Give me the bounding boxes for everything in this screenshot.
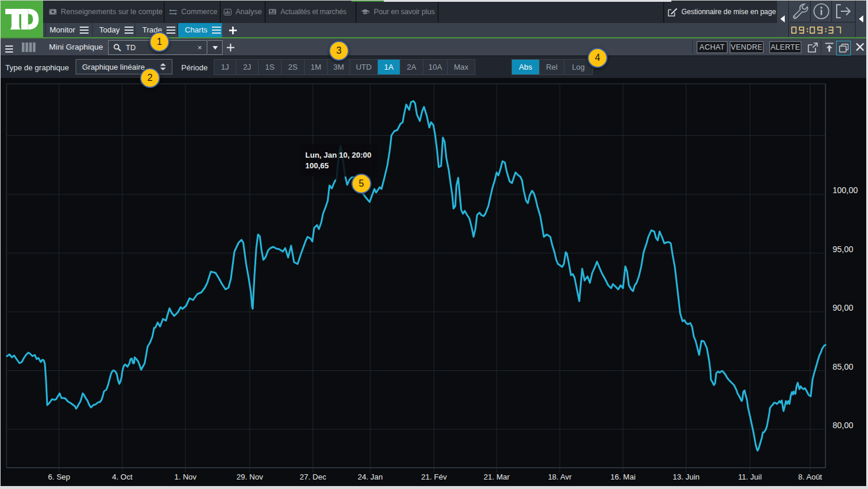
svg-text:1. Nov: 1. Nov <box>174 472 197 481</box>
svg-text:95,00: 95,00 <box>833 244 853 254</box>
svg-text:24. Jan: 24. Jan <box>358 472 383 481</box>
svg-text:27. Dec: 27. Dec <box>300 472 327 481</box>
svg-text:100,65: 100,65 <box>305 161 329 170</box>
svg-text:21. Fév: 21. Fév <box>421 472 447 481</box>
svg-text:21. Mar: 21. Mar <box>484 472 510 481</box>
svg-text:4. Oct: 4. Oct <box>112 472 133 481</box>
svg-text:29. Nov: 29. Nov <box>237 472 263 481</box>
svg-text:18. Avr: 18. Avr <box>548 472 572 481</box>
svg-text:6. Sep: 6. Sep <box>48 472 70 481</box>
svg-text:90,00: 90,00 <box>833 303 853 312</box>
svg-text:11. Juil: 11. Juil <box>738 472 762 481</box>
svg-text:8. Août: 8. Août <box>798 472 823 481</box>
svg-text:85,00: 85,00 <box>833 362 853 371</box>
svg-text:13. Juin: 13. Juin <box>673 472 700 481</box>
svg-text:100,00: 100,00 <box>833 185 858 195</box>
svg-text:80,00: 80,00 <box>833 420 853 430</box>
svg-text:16. Mai: 16. Mai <box>611 472 636 481</box>
svg-text:Lun, Jan 10, 20:00: Lun, Jan 10, 20:00 <box>305 151 371 159</box>
